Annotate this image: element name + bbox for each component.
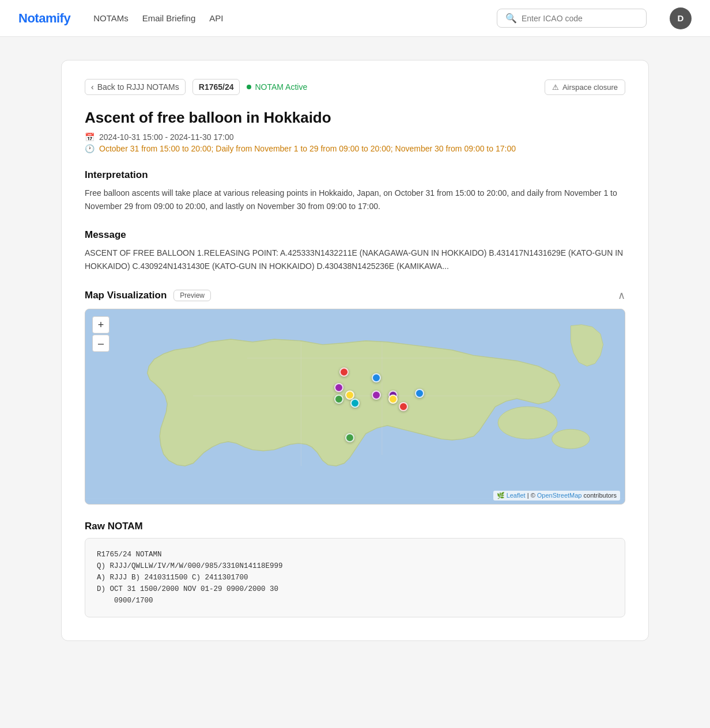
map-section: Map Visualization Preview ∧ [85, 289, 625, 505]
meta-row: ‹ Back to RJJJ NOTAMs R1765/24 NOTAM Act… [85, 79, 625, 95]
nav-email-briefing[interactable]: Email Briefing [142, 11, 196, 25]
meta-left: ‹ Back to RJJJ NOTAMs R1765/24 NOTAM Act… [85, 79, 307, 95]
interpretation-body: Free balloon ascents will take place at … [85, 187, 625, 213]
nav-api[interactable]: API [209, 11, 223, 25]
nav: NOTAMs Email Briefing API [93, 11, 223, 25]
calendar-icon: 📅 [85, 132, 95, 142]
back-link[interactable]: ‹ Back to RJJJ NOTAMs [85, 79, 186, 95]
zoom-controls: + – [92, 316, 109, 352]
date-row: 📅 2024-10-31 15:00 - 2024-11-30 17:00 [85, 132, 625, 142]
attribution-separator: | © [527, 492, 537, 499]
type-badge[interactable]: ⚠ Airspace closure [545, 79, 625, 95]
osm-link[interactable]: OpenStreetMap [537, 492, 582, 499]
contributors-text: contributors [584, 492, 617, 499]
schedule-text: October 31 from 15:00 to 20:00; Daily fr… [99, 144, 516, 153]
main-content: ‹ Back to RJJJ NOTAMs R1765/24 NOTAM Act… [50, 60, 660, 641]
map-container: + – 🌿 Leaflet | © OpenStreetMap contribu… [85, 309, 625, 505]
svg-point-1 [498, 407, 557, 439]
warning-icon: ⚠ [552, 83, 559, 92]
leaflet-icon: 🌿 [497, 492, 505, 499]
schedule-row: 🕐 October 31 from 15:00 to 20:00; Daily … [85, 144, 625, 153]
map-svg [85, 309, 625, 504]
message-title: Message [85, 229, 625, 241]
svg-point-2 [552, 430, 590, 449]
search-bar: 🔍 [497, 9, 647, 28]
status-badge: NOTAM Active [247, 82, 307, 92]
message-body: ASCENT OF FREE BALLOON 1.RELEASING POINT… [85, 247, 625, 273]
raw-notam-content: R1765/24 NOTAMN Q) RJJJ/QWLLW/IV/M/W/000… [85, 538, 625, 617]
header: Notamify NOTAMs Email Briefing API 🔍 D [0, 0, 710, 37]
nav-notams[interactable]: NOTAMs [93, 11, 129, 25]
chevron-left-icon: ‹ [91, 82, 94, 92]
interpretation-title: Interpretation [85, 169, 625, 181]
clock-icon: 🕐 [85, 144, 95, 153]
type-label: Airspace closure [562, 83, 618, 92]
interpretation-section: Interpretation Free balloon ascents will… [85, 169, 625, 213]
collapse-map-button[interactable]: ∧ [618, 289, 625, 302]
notam-card: ‹ Back to RJJJ NOTAMs R1765/24 NOTAM Act… [61, 60, 649, 641]
notam-id: R1765/24 [192, 79, 240, 95]
raw-notam-title: Raw NOTAM [85, 521, 625, 532]
map-title: Map Visualization [85, 290, 167, 301]
zoom-out-button[interactable]: – [92, 335, 109, 352]
raw-notam-section: Raw NOTAM R1765/24 NOTAMN Q) RJJJ/QWLLW/… [85, 521, 625, 617]
back-link-label: Back to RJJJ NOTAMs [97, 82, 179, 92]
map-attribution: 🌿 Leaflet | © OpenStreetMap contributors [493, 491, 620, 500]
search-icon: 🔍 [505, 13, 517, 24]
zoom-in-button[interactable]: + [92, 316, 109, 333]
status-label: NOTAM Active [255, 82, 307, 92]
message-section: Message ASCENT OF FREE BALLOON 1.RELEASI… [85, 229, 625, 273]
leaflet-link[interactable]: Leaflet [507, 492, 526, 499]
date-range: 2024-10-31 15:00 - 2024-11-30 17:00 [99, 132, 234, 142]
preview-badge: Preview [173, 290, 211, 301]
status-dot [247, 85, 251, 89]
map-header: Map Visualization Preview ∧ [85, 289, 625, 302]
search-input[interactable] [522, 14, 638, 23]
user-avatar[interactable]: D [670, 7, 692, 29]
logo[interactable]: Notamify [18, 11, 70, 26]
notam-title: Ascent of free balloon in Hokkaido [85, 109, 625, 127]
